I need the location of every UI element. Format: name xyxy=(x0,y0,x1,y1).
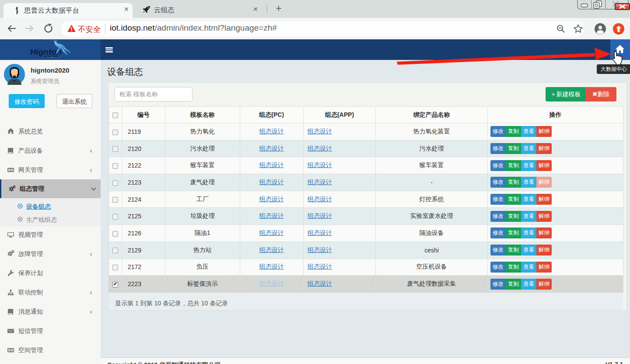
svg-text:HICHUAN TECH: HICHUAN TECH xyxy=(46,56,59,58)
